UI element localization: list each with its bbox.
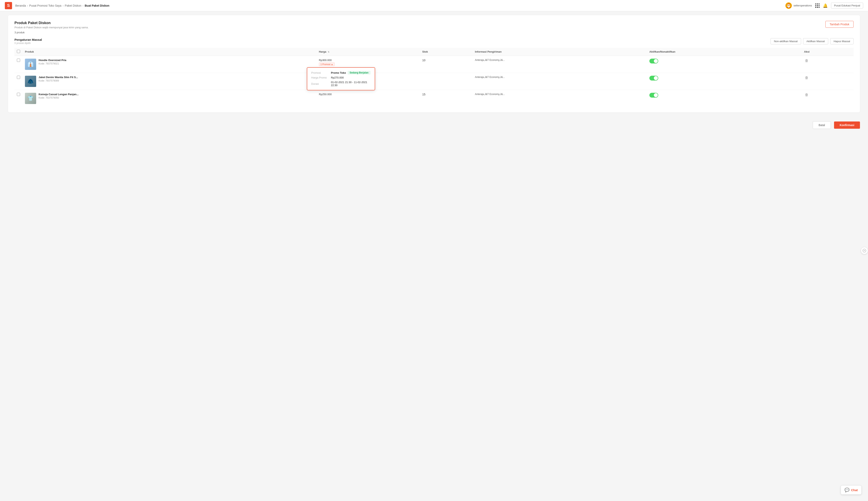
row-checkbox-3[interactable] bbox=[17, 93, 20, 96]
col-aktif: Aktifkan/Nonaktifkan bbox=[647, 48, 802, 56]
breadcrumb: Beranda › Pusat Promosi Toko Saya › Pake… bbox=[15, 4, 109, 7]
grid-dot bbox=[815, 5, 816, 6]
product-cell-1: 👔 Hoodie Oversized Pria Kode: 7937579021 bbox=[25, 58, 314, 70]
product-code-3: Kode: 7537579050 bbox=[39, 96, 79, 99]
price-cell-1: Rp300.000 1 Promosi ▲ Promosi Promo Toko bbox=[316, 56, 420, 73]
delete-icon-3[interactable]: 🗑 bbox=[804, 92, 809, 98]
table-row: 👔 Hoodie Oversized Pria Kode: 7937579021… bbox=[14, 56, 854, 73]
product-image-1: 👔 bbox=[25, 58, 36, 70]
table-row: 👕 Kemeja Casual Lengan Panjan... Kode: 7… bbox=[14, 90, 854, 107]
product-image-3: 👕 bbox=[25, 93, 36, 104]
breadcrumb-beranda[interactable]: Beranda bbox=[15, 4, 26, 7]
col-stok: Stok bbox=[420, 48, 473, 56]
bulk-title: Pengaturan Massal bbox=[14, 38, 42, 41]
col-produk: Produk bbox=[22, 48, 316, 56]
grid-dot bbox=[817, 3, 818, 4]
table-row: 🧥 Jaket Denim Wanita Slim Fit S... Kode:… bbox=[14, 73, 854, 90]
toggle-2[interactable] bbox=[649, 76, 658, 81]
bulk-subtitle: 0 produk dipilih bbox=[14, 42, 42, 45]
toggle-cell-3 bbox=[647, 90, 802, 107]
tambah-produk-button[interactable]: Tambah Produk bbox=[825, 21, 854, 28]
product-name-1: Hoodie Oversized Pria bbox=[39, 58, 66, 62]
grid-dot bbox=[817, 7, 818, 8]
edu-center-button[interactable]: Pusat Edukasi Penjual bbox=[831, 3, 863, 9]
product-card: Produk Paket Diskon Produk di Paket Disk… bbox=[8, 15, 860, 113]
footer-bar: Batal Konfirmasi bbox=[0, 116, 868, 134]
toggle-cell-1 bbox=[647, 56, 802, 73]
toggle-cell-2 bbox=[647, 73, 802, 90]
action-cell-3: 🗑 bbox=[802, 90, 854, 107]
card-subtitle: Produk di Paket Diskon wajib mempunyai j… bbox=[14, 26, 88, 29]
card-header: Produk Paket Diskon Produk di Paket Disk… bbox=[14, 21, 854, 29]
popup-label-harga: Harga Promo bbox=[311, 76, 329, 79]
popup-status: Sedang Berjalan bbox=[348, 71, 370, 75]
arrow-icon: ▲ bbox=[331, 63, 333, 65]
product-table: Produk Harga ⇅ Stok Informasi Pengiriman… bbox=[14, 48, 854, 107]
row-checkbox-2[interactable] bbox=[17, 76, 20, 79]
price-1: Rp300.000 bbox=[319, 58, 418, 62]
shipping-cell-1: Anteraja,J&T Economy,J&... bbox=[473, 56, 647, 73]
bulk-actions: Non-aktifkan Massal Aktifkan Massal Hapu… bbox=[771, 38, 854, 44]
konfirmasi-button[interactable]: Konfirmasi bbox=[834, 121, 860, 129]
action-cell-1: 🗑 bbox=[802, 56, 854, 73]
user-info: 🎅 selleroperations bbox=[785, 2, 812, 9]
grid-dot bbox=[817, 5, 818, 6]
toggle-1[interactable] bbox=[649, 58, 658, 63]
product-info-1: Hoodie Oversized Pria Kode: 7937579021 bbox=[39, 58, 66, 65]
hapus-massal-button[interactable]: Hapus Massal bbox=[830, 38, 854, 44]
product-name-3: Kemeja Casual Lengan Panjan... bbox=[39, 93, 79, 96]
product-count: 3 produk bbox=[14, 31, 854, 34]
card-header-left: Produk Paket Diskon Produk di Paket Disk… bbox=[14, 21, 88, 29]
header-right: 🎅 selleroperations 🔔 Pusat Edukasi Penju… bbox=[785, 2, 863, 9]
popup-val-harga: Rp270.000 bbox=[331, 76, 344, 79]
sort-icon[interactable]: ⇅ bbox=[328, 51, 329, 53]
promo-popup-box: Promosi Promo Toko Sedang Berjalan Harga… bbox=[307, 67, 375, 90]
breadcrumb-sep-1: › bbox=[27, 4, 28, 7]
delete-icon-1[interactable]: 🗑 bbox=[804, 58, 809, 63]
bulk-info: Pengaturan Massal 0 produk dipilih bbox=[14, 38, 42, 45]
card-title: Produk Paket Diskon bbox=[14, 21, 88, 25]
grid-dot bbox=[818, 5, 819, 6]
user-avatar: 🎅 bbox=[785, 2, 792, 9]
shopee-logo: S bbox=[5, 2, 12, 9]
action-cell-2: 🗑 bbox=[802, 73, 854, 90]
product-code-1: Kode: 7937579021 bbox=[39, 62, 66, 65]
batal-button[interactable]: Batal bbox=[813, 121, 831, 129]
col-harga: Harga ⇅ bbox=[316, 48, 420, 56]
shipping-cell-3: Anteraja,J&T Economy,J&... bbox=[473, 90, 647, 107]
popup-row-promosi: Promosi Promo Toko Sedang Berjalan bbox=[311, 71, 371, 75]
col-shipping: Informasi Pengiriman bbox=[473, 48, 647, 56]
stock-cell-2 bbox=[420, 73, 473, 90]
notification-bell-icon[interactable]: 🔔 bbox=[823, 3, 828, 8]
promo-badge-1[interactable]: 1 Promosi ▲ bbox=[319, 62, 335, 66]
grid-dot bbox=[815, 7, 816, 8]
breadcrumb-sep-2: › bbox=[63, 4, 64, 7]
product-image-2: 🧥 bbox=[25, 76, 36, 87]
breadcrumb-pusat-promosi[interactable]: Pusat Promosi Toko Saya bbox=[29, 4, 62, 7]
product-cell-3: 👕 Kemeja Casual Lengan Panjan... Kode: 7… bbox=[25, 93, 314, 104]
table-body: 👔 Hoodie Oversized Pria Kode: 7937579021… bbox=[14, 56, 854, 107]
product-cell-2: 🧥 Jaket Denim Wanita Slim Fit S... Kode:… bbox=[25, 76, 314, 87]
breadcrumb-paket-diskon[interactable]: Paket Diskon bbox=[65, 4, 81, 7]
shipping-cell-2: Anteraja,J&T Economy,J&... bbox=[473, 73, 647, 90]
aktifkan-massal-button[interactable]: Aktifkan Massal bbox=[803, 38, 828, 44]
table-header: Produk Harga ⇅ Stok Informasi Pengiriman… bbox=[14, 48, 854, 56]
breadcrumb-sep-3: › bbox=[83, 4, 84, 7]
product-info-3: Kemeja Casual Lengan Panjan... Kode: 753… bbox=[39, 93, 79, 99]
row-checkbox-1[interactable] bbox=[17, 58, 20, 62]
popup-val-promosi: Promo Toko bbox=[331, 71, 346, 74]
toggle-3[interactable] bbox=[649, 93, 658, 98]
non-aktifkan-massal-button[interactable]: Non-aktifkan Massal bbox=[771, 38, 801, 44]
select-all-checkbox[interactable] bbox=[17, 50, 20, 53]
popup-label-promosi: Promosi bbox=[311, 71, 329, 74]
popup-row-durasi: Durasi 01-02-2021 21:30 - 11-02-2021 22:… bbox=[311, 81, 371, 87]
popup-row-harga: Harga Promo Rp270.000 bbox=[311, 76, 371, 79]
main-content: Produk Paket Diskon Produk di Paket Disk… bbox=[0, 11, 868, 116]
product-name-2: Jaket Denim Wanita Slim Fit S... bbox=[39, 76, 78, 79]
delete-icon-2[interactable]: 🗑 bbox=[804, 75, 809, 81]
grid-dot bbox=[815, 3, 816, 4]
popup-label-durasi: Durasi bbox=[311, 82, 329, 85]
grid-menu-icon[interactable] bbox=[815, 3, 819, 8]
col-aksi: Aksi bbox=[802, 48, 854, 56]
promo-popup-container: 1 Promosi ▲ Promosi Promo Toko Sedang Be… bbox=[319, 62, 335, 66]
